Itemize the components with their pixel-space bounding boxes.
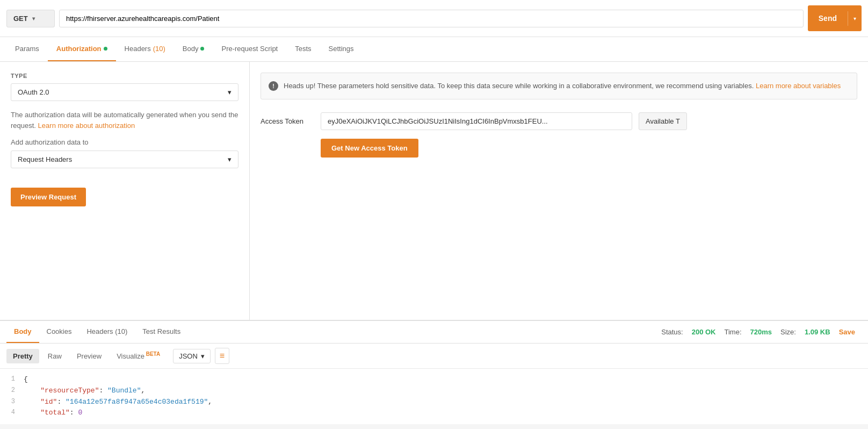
type-value: OAuth 2.0 — [18, 88, 49, 96]
request-tabs: Params Authorization Headers (10) Body P… — [0, 37, 868, 62]
tab-pre-request-script[interactable]: Pre-request Script — [213, 37, 286, 61]
response-tab-headers[interactable]: Headers (10) — [79, 321, 135, 343]
line-number: 2 — [4, 385, 24, 397]
status-label: Status: — [661, 328, 683, 336]
auto-gen-text: The authorization data will be automatic… — [11, 110, 238, 131]
body-dot — [200, 47, 204, 51]
line-number: 3 — [4, 397, 24, 408]
tab-params[interactable]: Params — [6, 37, 48, 61]
type-chevron-icon: ▾ — [228, 88, 232, 96]
format-selector[interactable]: JSON ▾ — [173, 349, 211, 363]
code-line-4: 4 "total": 0 — [0, 407, 868, 419]
type-select[interactable]: OAuth 2.0 ▾ — [11, 83, 238, 101]
method-label: GET — [13, 15, 28, 23]
code-line-2: 2 "resourceType": "Bundle", — [0, 385, 868, 397]
learn-more-variables-link[interactable]: Learn more about variables — [756, 82, 841, 90]
add-auth-chevron-icon: ▾ — [228, 155, 232, 163]
left-panel: TYPE OAuth 2.0 ▾ The authorization data … — [0, 62, 250, 320]
access-token-input[interactable] — [321, 112, 632, 130]
time-value: 720ms — [750, 328, 772, 336]
tab-settings[interactable]: Settings — [320, 37, 363, 61]
resp-tab-visualize[interactable]: Visualize BETA — [110, 348, 167, 363]
get-new-access-token-button[interactable]: Get New Access Token — [321, 139, 418, 158]
preview-request-button[interactable]: Preview Request — [11, 188, 86, 206]
code-line-1: 1 { — [0, 374, 868, 385]
get-token-row: Get New Access Token — [321, 139, 857, 158]
alert-box: ! Heads up! These parameters hold sensit… — [261, 73, 857, 99]
available-tokens-button[interactable]: Available T — [639, 112, 687, 130]
save-response-link[interactable]: Save — [839, 328, 855, 336]
wrap-icon: ≡ — [220, 351, 225, 361]
tab-body[interactable]: Body — [174, 37, 213, 61]
size-label: Size: — [780, 328, 796, 336]
add-auth-label: Add authorization data to — [11, 138, 238, 146]
code-content: "total": 0 — [24, 407, 868, 419]
type-label: TYPE — [11, 73, 238, 79]
resp-tab-preview[interactable]: Preview — [70, 349, 108, 363]
alert-icon: ! — [269, 81, 278, 91]
code-content: { — [24, 374, 868, 385]
send-main-button[interactable]: Send — [808, 10, 848, 27]
status-area: Status: 200 OK Time: 720ms Size: 1.09 KB… — [661, 328, 862, 336]
add-auth-select[interactable]: Request Headers ▾ — [11, 151, 238, 168]
response-tab-body[interactable]: Body — [6, 321, 39, 343]
time-label: Time: — [725, 328, 742, 336]
code-content: "resourceType": "Bundle", — [24, 385, 868, 397]
beta-badge: BETA — [144, 351, 160, 357]
code-content: "id": "164a12e57fa8f947a65e4c03eda1f519"… — [24, 397, 868, 408]
alert-text: Heads up! These parameters hold sensitiv… — [284, 81, 841, 91]
size-value: 1.09 KB — [805, 328, 830, 336]
response-tabs-row: Body Cookies Headers (10) Test Results S… — [0, 321, 868, 344]
format-chevron-icon: ▾ — [201, 352, 205, 360]
response-toolbar: Pretty Raw Preview Visualize BETA JSON ▾… — [0, 344, 868, 369]
authorization-dot — [104, 47, 107, 51]
right-panel: ! Heads up! These parameters hold sensit… — [250, 62, 868, 320]
status-value: 200 OK — [692, 328, 716, 336]
send-button[interactable]: Send ▾ — [808, 5, 862, 31]
bottom-area: Body Cookies Headers (10) Test Results S… — [0, 320, 868, 424]
method-chevron-icon: ▾ — [32, 16, 35, 22]
add-auth-value: Request Headers — [18, 155, 72, 163]
code-area: 1 { 2 "resourceType": "Bundle", 3 "id": … — [0, 369, 868, 424]
tab-tests[interactable]: Tests — [286, 37, 320, 61]
resp-tab-pretty[interactable]: Pretty — [6, 349, 39, 363]
url-bar: GET ▾ Send ▾ — [0, 0, 868, 37]
response-tab-test-results[interactable]: Test Results — [135, 321, 188, 343]
learn-more-link[interactable]: Learn more about authorization — [38, 121, 135, 130]
resp-tab-raw[interactable]: Raw — [41, 349, 68, 363]
send-dropdown-button[interactable]: ▾ — [848, 11, 862, 26]
access-token-row: Access Token Available T — [261, 112, 857, 130]
wrap-button[interactable]: ≡ — [215, 348, 229, 364]
line-number: 1 — [4, 374, 24, 385]
url-input[interactable] — [59, 10, 804, 27]
access-token-label: Access Token — [261, 117, 314, 125]
main-content: TYPE OAuth 2.0 ▾ The authorization data … — [0, 62, 868, 320]
code-line-3: 3 "id": "164a12e57fa8f947a65e4c03eda1f51… — [0, 397, 868, 408]
line-number: 4 — [4, 407, 24, 419]
response-tab-cookies[interactable]: Cookies — [39, 321, 79, 343]
tab-headers[interactable]: Headers (10) — [116, 37, 174, 61]
method-selector[interactable]: GET ▾ — [6, 10, 55, 27]
tab-authorization[interactable]: Authorization — [48, 37, 116, 61]
